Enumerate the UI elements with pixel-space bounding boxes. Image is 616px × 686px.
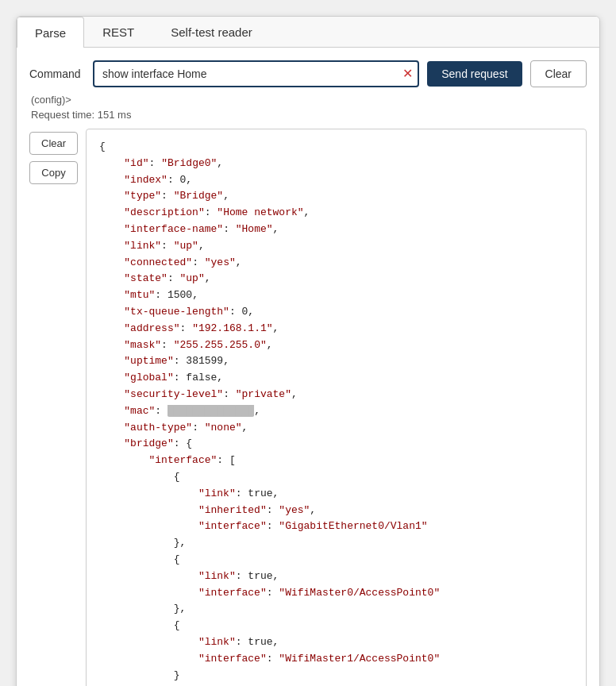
- side-buttons: Clear Copy: [29, 129, 78, 686]
- copy-side-button[interactable]: Copy: [29, 161, 78, 184]
- command-row: Command ✕ Send request Clear: [29, 60, 587, 87]
- tab-parse[interactable]: Parse: [17, 17, 84, 48]
- tab-rest[interactable]: REST: [84, 17, 152, 47]
- tab-bar: Parse REST Self-test reader: [17, 17, 599, 48]
- main-window: Parse REST Self-test reader Command ✕ Se…: [16, 16, 600, 686]
- clear-top-button[interactable]: Clear: [530, 60, 587, 87]
- clear-input-icon[interactable]: ✕: [402, 67, 413, 80]
- command-input[interactable]: [93, 60, 419, 87]
- prompt-line: (config)>: [29, 94, 587, 106]
- send-request-button[interactable]: Send request: [427, 61, 522, 87]
- output-area: Clear Copy { "id": "Bridge0", "index": 0…: [29, 129, 587, 686]
- tab-self-test-reader[interactable]: Self-test reader: [152, 17, 271, 47]
- clear-side-button[interactable]: Clear: [29, 132, 78, 155]
- json-output: { "id": "Bridge0", "index": 0, "type": "…: [86, 129, 587, 686]
- command-label: Command: [29, 67, 85, 80]
- command-input-wrapper: ✕: [93, 60, 419, 87]
- tab-content: Command ✕ Send request Clear (config)> R…: [17, 48, 599, 686]
- request-time: Request time: 151 ms: [29, 109, 587, 121]
